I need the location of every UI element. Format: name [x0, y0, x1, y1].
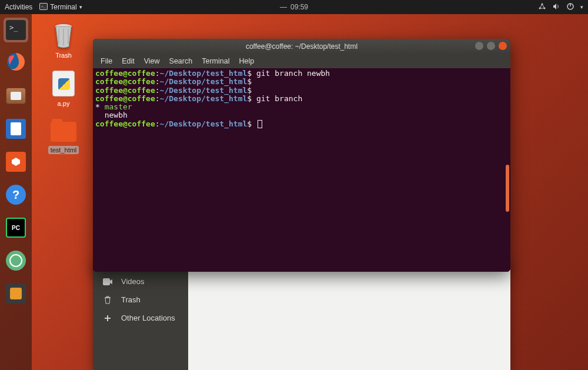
- svg-text:>_: >_: [41, 5, 46, 8]
- desktop-folder-test-html[interactable]: test_html: [45, 115, 82, 154]
- menu-edit[interactable]: Edit: [118, 56, 139, 66]
- window-maximize-button[interactable]: [487, 42, 495, 50]
- dock-firefox[interactable]: [4, 51, 28, 75]
- sidebar-item-videos[interactable]: Videos: [93, 272, 188, 291]
- python-file-icon: [49, 69, 78, 98]
- dock-software[interactable]: [4, 149, 28, 174]
- desktop-file-apy-label: a.py: [58, 100, 70, 107]
- system-menu-chevron-icon[interactable]: ▾: [580, 4, 583, 10]
- sublime-icon: [6, 284, 26, 304]
- sidebar-item-other-locations-label: Other Locations: [121, 314, 175, 322]
- terminal-window: coffee@coffee: ~/Desktop/test_html File …: [93, 39, 510, 272]
- network-icon[interactable]: [538, 2, 546, 12]
- videos-icon: [102, 278, 113, 285]
- menu-file[interactable]: File: [96, 56, 116, 66]
- term-output-newbh: newbh: [95, 111, 128, 119]
- terminal-cursor: [258, 120, 262, 128]
- trash-small-icon: [102, 296, 113, 304]
- libreoffice-writer-icon: [6, 119, 26, 139]
- term-cmd-1: git branch newbh: [252, 69, 330, 78]
- desktop-folder-test-html-label: test_html: [48, 146, 79, 154]
- app-menu-label: Terminal: [50, 3, 76, 11]
- terminal-icon: [6, 20, 26, 40]
- volume-icon[interactable]: [552, 2, 560, 12]
- desktop-trash[interactable]: Trash: [45, 21, 82, 59]
- term-prompt-path: ~/Desktop/test_html: [160, 69, 248, 78]
- terminal-menubar: File Edit View Search Terminal Help: [93, 54, 510, 68]
- help-icon: ?: [6, 185, 26, 205]
- dock-atom[interactable]: [4, 248, 28, 273]
- sidebar-item-other-locations[interactable]: Other Locations: [93, 309, 188, 327]
- menu-help[interactable]: Help: [235, 56, 258, 66]
- menu-view[interactable]: View: [140, 56, 164, 66]
- firefox-icon: [6, 52, 26, 75]
- term-prompt-user: coffee@coffee: [95, 69, 155, 78]
- app-menu[interactable]: >_ Terminal ▾: [39, 3, 82, 12]
- dock-sublime[interactable]: [4, 281, 28, 306]
- window-close-button[interactable]: [499, 42, 507, 50]
- term-output-master: master: [105, 102, 132, 111]
- terminal-scrollbar-thumb[interactable]: [506, 165, 509, 212]
- ubuntu-dock: ? PC: [0, 14, 32, 370]
- term-cmd-4: git branch: [252, 94, 302, 103]
- terminal-titlebar[interactable]: coffee@coffee: ~/Desktop/test_html: [93, 39, 510, 54]
- power-icon[interactable]: [566, 2, 574, 12]
- svg-rect-10: [103, 278, 110, 285]
- plus-icon: [102, 314, 113, 322]
- atom-icon: [6, 251, 26, 271]
- dock-libreoffice-writer[interactable]: [4, 116, 28, 141]
- clock-time: 09:59: [290, 3, 308, 11]
- dock-pycharm[interactable]: PC: [4, 215, 28, 240]
- dock-files[interactable]: [4, 84, 28, 108]
- dock-help[interactable]: ?: [4, 182, 28, 207]
- files-window[interactable]: Videos Trash Other Locations: [93, 261, 510, 370]
- files-content-area[interactable]: [188, 261, 510, 370]
- folder-icon: [49, 115, 78, 144]
- term-output-master-star: *: [95, 102, 105, 111]
- desktop-file-apy[interactable]: a.py: [45, 69, 82, 107]
- activities-button[interactable]: Activities: [5, 3, 32, 11]
- terminal-viewport[interactable]: coffee@coffee:~/Desktop/test_html$ git b…: [93, 68, 510, 272]
- window-minimize-button[interactable]: [475, 42, 483, 50]
- gnome-topbar: Activities >_ Terminal ▾ — 09:59 ▾: [0, 0, 588, 14]
- chevron-down-icon: ▾: [79, 4, 82, 10]
- pycharm-icon: PC: [6, 218, 26, 238]
- sidebar-item-videos-label: Videos: [121, 277, 145, 286]
- files-sidebar: Videos Trash Other Locations: [93, 261, 188, 370]
- trash-icon: [49, 21, 78, 49]
- terminal-title: coffee@coffee: ~/Desktop/test_html: [246, 42, 358, 51]
- terminal-scrollbar[interactable]: [506, 68, 509, 271]
- clock-separator: —: [280, 3, 287, 11]
- terminal-app-icon: >_: [39, 3, 48, 12]
- ubuntu-software-icon: [6, 152, 26, 172]
- dock-terminal[interactable]: [4, 18, 28, 42]
- files-icon: [6, 88, 26, 104]
- menu-terminal[interactable]: Terminal: [198, 56, 233, 66]
- clock[interactable]: — 09:59: [280, 3, 308, 11]
- menu-search[interactable]: Search: [165, 56, 197, 66]
- sidebar-item-trash-label: Trash: [121, 295, 141, 304]
- desktop-trash-label: Trash: [55, 52, 72, 59]
- sidebar-item-trash[interactable]: Trash: [93, 291, 188, 309]
